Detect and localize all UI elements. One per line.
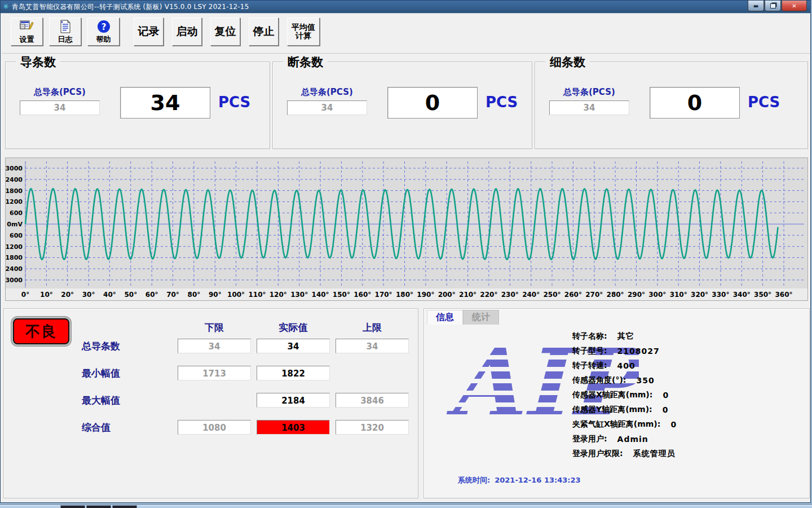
broken-bar-count-display: 0 (387, 87, 478, 119)
pcs-unit-label: PCS (218, 94, 250, 111)
titlebar[interactable]: ✳ 青岛艾普智能仪器有限公司--转子测试系统 (新板) V15.0.0 LSY … (1, 1, 810, 14)
total-bars-label: 总导条(PCS) (563, 87, 615, 98)
reset-button[interactable]: 复位 (210, 17, 240, 46)
pcs-unit-label: PCS (748, 94, 780, 111)
total-bars-lower: 34 (178, 339, 251, 353)
log-button-label: 日志 (58, 34, 73, 45)
total-bars-label: 总导条(PCS) (301, 87, 353, 98)
total-bars-input[interactable]: 34 (287, 100, 367, 115)
row-label-max-amplitude: 最大幅值 (82, 394, 120, 407)
svg-text:80°: 80° (188, 291, 201, 299)
tab-statistics[interactable]: 统计 (463, 310, 499, 325)
total-bars-upper: 34 (336, 339, 409, 353)
status-badge: 不良 (13, 318, 69, 344)
info-field-label: 登录用户: (572, 434, 607, 444)
info-field-row: 传感器角度(°):350 (572, 373, 804, 388)
groupbox-title: 细条数 (545, 54, 590, 70)
svg-text:1200: 1200 (6, 198, 23, 205)
app-window: ✳ 青岛艾普智能仪器有限公司--转子测试系统 (新板) V15.0.0 LSY … (0, 0, 811, 503)
svg-text:250°: 250° (543, 291, 561, 299)
info-field-label: 夹紧气缸X轴距离(mm): (572, 419, 660, 430)
help-button[interactable]: ? 帮助 (87, 17, 120, 46)
column-header-lower-limit: 下限 (178, 321, 251, 334)
info-field-row: 登录用户:Admin (572, 432, 804, 446)
svg-text:150°: 150° (333, 291, 350, 299)
taskbar-button[interactable] (86, 505, 111, 508)
groupbox-thin-bar-count: 细条数 总导条(PCS) 34 0 PCS (535, 62, 808, 149)
log-icon (60, 19, 71, 34)
info-field-row: 转子名称:其它 (572, 329, 804, 344)
info-field-label: 转子型号: (572, 346, 607, 356)
svg-text:160°: 160° (354, 291, 371, 299)
record-button-label: 记录 (138, 24, 160, 39)
svg-text:1200: 1200 (6, 243, 23, 251)
svg-text:20°: 20° (61, 291, 74, 299)
record-button[interactable]: 记录 (134, 17, 164, 46)
info-field-row: 转子型号:2108027 (572, 344, 804, 358)
groupbox-broken-bar-count: 断条数 总导条(PCS) 34 0 PCS (272, 62, 532, 149)
info-tabs: 信息 统计 (427, 310, 499, 325)
composite-actual-alarm: 1403 (257, 420, 330, 435)
window-title: 青岛艾普智能仪器有限公司--转子测试系统 (新板) V15.0.0 LSY 20… (12, 2, 249, 12)
start-button-label: 启动 (176, 24, 198, 39)
info-field-label: 传感器X轴距离(mm): (572, 390, 652, 400)
taskbar-sliver[interactable] (0, 504, 812, 508)
info-field-row: 夹紧气缸X轴距离(mm):0 (572, 417, 804, 432)
svg-text:?: ? (101, 21, 106, 32)
svg-text:100°: 100° (227, 291, 245, 299)
svg-text:50°: 50° (124, 291, 137, 299)
toolbar: 设置 日志 ? (2, 14, 810, 54)
restore-icon (770, 3, 776, 8)
row-label-min-amplitude: 最小幅值 (82, 367, 120, 380)
results-panel: 不良 下限 实际值 上限 总导条数 34 34 34 最小幅值 1713 182… (3, 308, 418, 498)
info-field-value: 350 (636, 376, 654, 385)
svg-text:40°: 40° (103, 291, 116, 299)
svg-text:320°: 320° (691, 291, 708, 299)
info-field-row: 传感器Y轴距离(mm):0 (572, 402, 804, 417)
log-button[interactable]: 日志 (49, 17, 81, 46)
stop-button[interactable]: 停止 (249, 17, 279, 46)
system-time: 系统时间:2021-12-16 13:43:23 (458, 475, 585, 485)
system-time-value: 2021-12-16 13:43:23 (495, 476, 580, 484)
svg-text:270°: 270° (585, 291, 603, 299)
start-button[interactable]: 启动 (172, 17, 202, 46)
column-header-actual: 实际值 (257, 321, 330, 334)
svg-text:1800: 1800 (6, 254, 23, 261)
info-field-label: 传感器Y轴距离(mm): (572, 405, 652, 415)
total-bars-input[interactable]: 34 (20, 100, 100, 115)
svg-text:3000: 3000 (6, 165, 23, 172)
total-bars-label: 总导条(PCS) (34, 87, 86, 98)
svg-text:230°: 230° (501, 291, 519, 299)
taskbar-button[interactable] (60, 505, 85, 508)
settings-button[interactable]: 设置 (11, 17, 43, 46)
close-button[interactable]: ✕ (782, 1, 807, 11)
average-calc-button[interactable]: 平均值计算 (287, 17, 320, 46)
taskbar-button[interactable] (112, 505, 137, 508)
info-field-row: 转子转速:400 (572, 358, 804, 373)
info-field-row: 传感器X轴距离(mm):0 (572, 388, 804, 402)
info-field-value: 0 (670, 420, 677, 429)
thin-bar-count-display: 0 (650, 87, 740, 119)
help-icon: ? (97, 19, 111, 34)
groupbox-bar-count: 导条数 总导条(PCS) 34 34 PCS (5, 62, 270, 149)
svg-text:360°: 360° (775, 291, 792, 299)
svg-text:0mV: 0mV (7, 221, 23, 228)
svg-text:130°: 130° (290, 291, 308, 299)
info-field-value: 0 (663, 405, 669, 414)
svg-text:60°: 60° (145, 291, 158, 299)
settings-button-label: 设置 (20, 34, 34, 45)
max-amplitude-actual: 2184 (257, 393, 330, 408)
info-field-label: 转子名称: (572, 331, 607, 341)
svg-text:3000: 3000 (6, 277, 23, 284)
total-bars-input[interactable]: 34 (549, 100, 629, 115)
svg-text:190°: 190° (417, 291, 434, 299)
min-amplitude-lower: 1713 (178, 366, 251, 380)
tab-info[interactable]: 信息 (427, 310, 463, 325)
minimize-button[interactable]: ▬ (748, 1, 764, 11)
info-field-value: 其它 (617, 331, 634, 341)
info-field-label: 转子转速: (572, 361, 607, 371)
svg-text:210°: 210° (459, 291, 476, 299)
restore-button[interactable] (765, 1, 781, 11)
reset-button-label: 复位 (215, 24, 236, 39)
composite-lower: 1080 (178, 420, 251, 435)
